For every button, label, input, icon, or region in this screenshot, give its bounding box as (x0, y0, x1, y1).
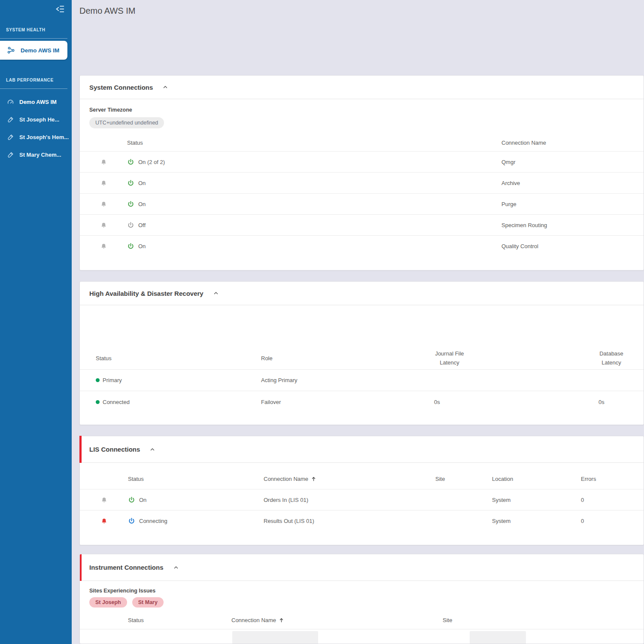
location-value: System (492, 497, 581, 503)
status-label: On (138, 201, 146, 207)
sidebar-section-system-health: SYSTEM HEALTH (6, 27, 72, 32)
table-header: Status Role Journal File Latency Databas… (80, 347, 644, 370)
table-row: Connecting Results Out (LIS 01) System 0 (80, 510, 644, 532)
sidebar-item-label: St Mary Chem... (19, 152, 61, 158)
gauge-icon (7, 98, 14, 106)
sort-ascending-icon[interactable] (311, 476, 316, 482)
divider (0, 38, 67, 39)
table-header: Status Connection Name (80, 134, 644, 152)
errors-value: 0 (581, 518, 644, 524)
table-row: Connected Failover 0s 0s (80, 391, 644, 413)
instrument-connections-card: Instrument Connections Sites Experiencin… (79, 554, 644, 644)
section-title: System Connections (89, 84, 153, 91)
status-column-header: Status (127, 140, 501, 146)
server-timezone-label: Server Timezone (89, 107, 644, 113)
bell-icon[interactable] (100, 180, 107, 186)
sidebar-item-demo-aws-im-active[interactable]: Demo AWS IM (0, 41, 67, 60)
chevron-up-icon[interactable] (213, 290, 219, 296)
power-off-icon (127, 222, 134, 229)
alert-bell-icon[interactable] (101, 518, 107, 524)
bell-icon[interactable] (100, 243, 107, 249)
role-value: Acting Primary (261, 377, 434, 383)
database-latency-value: 0s (598, 399, 644, 405)
chevron-up-icon[interactable] (162, 84, 168, 90)
sidebar-section-lab-performance: LAB PERFORMANCE (6, 78, 72, 82)
site-badge-st-joseph[interactable]: St Joseph (89, 597, 127, 608)
database-latency-column-header: Database Latency (598, 349, 624, 367)
site-filter-input[interactable] (470, 631, 526, 644)
status-label: Connected (103, 399, 130, 405)
table-header: Status Connection Name Site (80, 611, 644, 629)
sidebar-item-st-mary-chem[interactable]: St Mary Chem... (0, 146, 72, 164)
table-row: On (2 of 2) Qmgr (80, 152, 644, 173)
connection-name-filter-input[interactable] (232, 631, 318, 644)
site-badge-st-mary[interactable]: St Mary (132, 597, 164, 608)
sidebar-item-st-josephs-hem[interactable]: St Joseph's Hem... (0, 128, 72, 146)
connection-name: Purge (501, 201, 644, 207)
sidebar-item-label: St Joseph He... (19, 116, 59, 123)
section-title: Instrument Connections (89, 564, 164, 571)
sidebar-item-label: Demo AWS IM (19, 99, 57, 105)
connection-name: Orders In (LIS 01) (264, 497, 435, 503)
location-column-header: Location (492, 476, 581, 482)
page-title: Demo AWS IM (79, 6, 135, 16)
table-row: On Archive (80, 173, 644, 194)
power-on-icon (127, 158, 134, 166)
journal-file-latency-column-header: Journal File Latency (434, 349, 465, 367)
role-value: Failover (261, 399, 434, 405)
ha-dr-card: High Availability & Disaster Recovery St… (79, 281, 644, 425)
connection-name-column-header: Connection Name (501, 140, 644, 146)
status-dot-green (96, 400, 100, 404)
server-timezone-badge: UTC+undefined undefined (89, 117, 164, 128)
status-column-header: Status (96, 355, 261, 361)
section-title: High Availability & Disaster Recovery (89, 290, 204, 297)
connection-name-column-header[interactable]: Connection Name (231, 617, 276, 623)
lis-connections-header: LIS Connections (80, 436, 644, 463)
collapse-sidebar-icon[interactable] (55, 4, 65, 14)
sidebar-item-label: Demo AWS IM (21, 47, 59, 54)
sidebar-item-demo-aws-im-perf[interactable]: Demo AWS IM (0, 93, 72, 111)
table-row: On Purge (80, 194, 644, 215)
alert-accent-bar (79, 436, 82, 463)
instrument-connections-header: Instrument Connections (80, 554, 644, 581)
power-on-icon (127, 200, 134, 208)
status-label: Connecting (139, 518, 167, 524)
power-on-icon (127, 243, 134, 250)
section-title: LIS Connections (89, 446, 140, 453)
sidebar-item-st-joseph-he[interactable]: St Joseph He... (0, 111, 72, 128)
table-row: Primary Acting Primary (80, 370, 644, 391)
power-on-icon (127, 179, 134, 187)
filter-row (80, 629, 644, 644)
connection-name: Specimen Routing (501, 222, 644, 228)
system-connections-card: System Connections Server Timezone UTC+u… (79, 75, 644, 270)
connection-name: Quality Control (501, 243, 644, 249)
bell-icon[interactable] (100, 222, 107, 228)
location-value: System (492, 518, 581, 524)
status-dot-green (96, 378, 100, 382)
site-column-header: Site (443, 617, 644, 623)
chevron-up-icon[interactable] (173, 565, 179, 571)
connection-name: Archive (501, 180, 644, 186)
table-row: Off Specimen Routing (80, 215, 644, 236)
role-column-header: Role (261, 355, 434, 361)
sites-experiencing-issues-label: Sites Experiencing Issues (89, 588, 644, 594)
bell-icon[interactable] (101, 497, 107, 503)
errors-column-header: Errors (581, 476, 644, 482)
bell-icon[interactable] (100, 201, 107, 207)
main-content: Demo AWS IM System Connections Server Ti… (72, 0, 644, 644)
alert-accent-bar (79, 554, 82, 581)
power-on-icon (128, 496, 135, 504)
status-label: On (138, 180, 146, 186)
test-tube-icon (7, 134, 14, 141)
connection-name-column-header[interactable]: Connection Name (264, 476, 308, 482)
status-label: On (139, 497, 146, 503)
chevron-up-icon[interactable] (149, 447, 155, 453)
system-connections-header: System Connections (80, 76, 644, 99)
journal-latency-value: 0s (434, 399, 598, 405)
bell-icon[interactable] (100, 159, 107, 165)
status-label: On (2 of 2) (138, 159, 165, 165)
site-column-header: Site (435, 476, 492, 482)
connection-name: Qmgr (501, 159, 644, 165)
status-label: Primary (103, 377, 122, 383)
sort-ascending-icon[interactable] (279, 617, 284, 623)
